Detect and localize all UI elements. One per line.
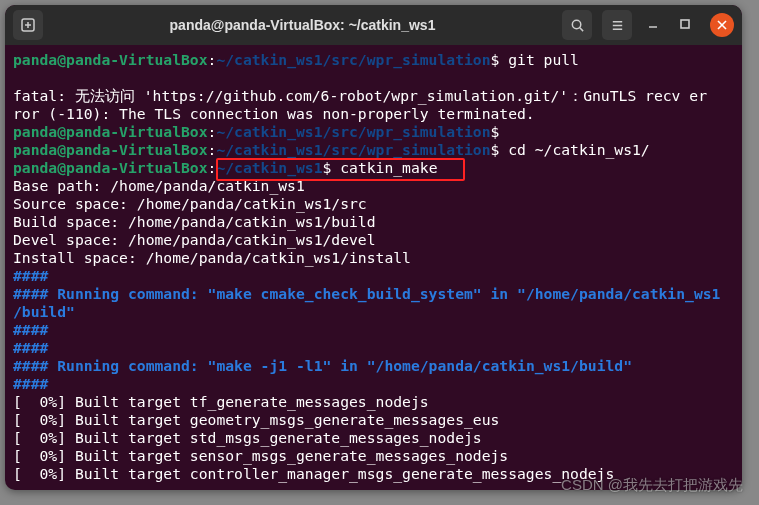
window-title: panda@panda-VirtualBox: ~/catkin_ws1 <box>49 17 556 33</box>
cmd-cd: cd ~/catkin_ws1/ <box>508 141 649 158</box>
annotation-box <box>216 158 465 181</box>
running-label: #### Running command: <box>13 285 208 302</box>
svg-point-3 <box>572 20 580 28</box>
minimize-button[interactable] <box>642 17 664 33</box>
terminal-window: panda@panda-VirtualBox: ~/catkin_ws1 pan… <box>5 5 742 490</box>
output-line: Source space: /home/panda/catkin_ws1/src <box>13 195 367 212</box>
terminal-body[interactable]: panda@panda-VirtualBox:~/catkin_ws1/src/… <box>5 45 742 490</box>
annotation-arrow <box>0 495 759 505</box>
minimize-icon <box>647 18 659 30</box>
close-button[interactable] <box>710 13 734 37</box>
error-line: ror (-110): The TLS connection was non-p… <box>13 105 535 122</box>
build-line: [ 0%] Built target geometry_msgs_generat… <box>13 411 499 428</box>
prompt-path: ~/catkin_ws1/src/wpr_simulation <box>216 51 490 68</box>
prompt-user: panda@panda-VirtualBox <box>13 51 208 68</box>
search-button[interactable] <box>562 10 592 40</box>
build-line: [ 0%] Built target tf_generate_messages_… <box>13 393 429 410</box>
output-line: Build space: /home/panda/catkin_ws1/buil… <box>13 213 376 230</box>
output-line: Install space: /home/panda/catkin_ws1/in… <box>13 249 411 266</box>
svg-line-4 <box>579 27 582 30</box>
new-tab-button[interactable] <box>13 10 43 40</box>
hash-line: #### <box>13 267 48 284</box>
close-icon <box>717 20 727 30</box>
maximize-button[interactable] <box>674 17 696 33</box>
search-icon <box>570 18 585 33</box>
new-tab-icon <box>20 17 36 33</box>
maximize-icon <box>679 18 691 30</box>
titlebar: panda@panda-VirtualBox: ~/catkin_ws1 <box>5 5 742 45</box>
build-line: [ 0%] Built target controller_manager_ms… <box>13 465 614 482</box>
error-line: fatal: 无法访问 'https://github.com/6-robot/… <box>13 87 707 104</box>
build-line: [ 0%] Built target sensor_msgs_generate_… <box>13 447 508 464</box>
watermark: CSDN @我先去打把游戏先 <box>561 476 743 495</box>
hamburger-icon <box>610 18 625 33</box>
menu-button[interactable] <box>602 10 632 40</box>
cmd-git-pull: git pull <box>508 51 579 68</box>
svg-rect-9 <box>681 20 689 28</box>
build-line: [ 0%] Built target std_msgs_generate_mes… <box>13 429 482 446</box>
output-line: Devel space: /home/panda/catkin_ws1/deve… <box>13 231 376 248</box>
